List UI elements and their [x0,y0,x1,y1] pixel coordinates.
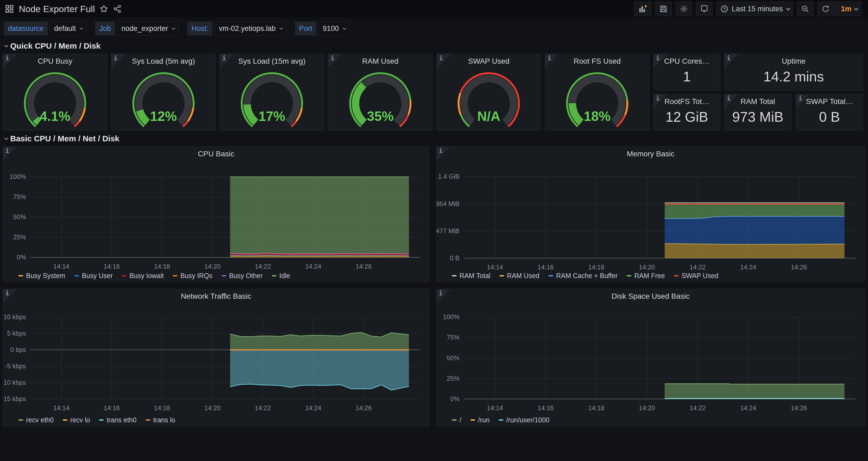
time-range-picker[interactable]: Last 15 minutes [716,2,793,16]
panel-info-icon[interactable]: i [437,54,451,68]
svg-text:14:20: 14:20 [205,404,221,411]
panel-info-icon[interactable]: i [3,54,17,68]
save-dashboard-button[interactable] [655,2,672,16]
chart-plot[interactable]: 14:1414:1614:1814:2014:2214:2414:26100%7… [3,147,429,282]
panel-sys-load-15m: i Sys Load (15m avg) 17% [220,54,324,131]
chart-plot[interactable]: 14:1414:1614:1814:2014:2214:2414:26100%7… [436,289,865,426]
legend-item[interactable]: Busy User [74,272,113,280]
legend-item[interactable]: RAM Free [627,272,665,280]
legend-item[interactable]: Busy Iowait [122,272,164,280]
svg-text:14:22: 14:22 [689,404,706,411]
legend-item[interactable]: trans eth0 [99,416,136,424]
legend-item[interactable]: Idle [272,272,290,280]
cycle-view-mode-button[interactable] [696,2,713,16]
svg-text:100%: 100% [10,173,26,180]
legend-item[interactable]: RAM Cache + Buffer [549,272,618,280]
legend-item[interactable]: recv eth0 [19,416,54,424]
panel-title[interactable]: Uptime [724,54,863,65]
panel-info-icon[interactable]: i [328,54,342,68]
panel-info-icon[interactable]: i [436,289,451,303]
variable-value-dropdown[interactable]: 9100 [318,22,350,35]
panel-info-icon[interactable]: i [545,54,559,68]
legend-swatch [452,275,457,277]
panel-info-icon[interactable]: i [724,54,738,68]
chart-legend: recv eth0recv lotrans eth0trans lo [19,416,175,424]
legend-item[interactable]: Busy System [19,272,65,280]
refresh-group: 1m [817,2,861,16]
legend-swatch [470,420,475,421]
legend-item[interactable]: /run [470,416,490,424]
legend-swatch [173,275,178,277]
legend-swatch [122,275,126,277]
chart-legend: Busy SystemBusy UserBusy IowaitBusy IRQs… [19,272,290,280]
svg-text:1.4 GiB: 1.4 GiB [438,173,460,180]
gauge-value: 12% [112,109,216,124]
chevron-down-icon [343,26,346,30]
legend-item[interactable]: Busy IRQs [173,272,212,280]
panel-info-icon[interactable]: i [796,94,810,108]
legend-swatch [19,420,23,421]
svg-text:14:20: 14:20 [639,404,655,411]
panel-title[interactable]: CPU Busy [3,54,107,65]
panel-info-icon[interactable]: i [724,94,738,108]
refresh-interval-label: 1m [841,5,851,13]
panel-title[interactable]: Disk Space Used Basic [436,289,865,300]
dashboards-grid-icon[interactable] [5,4,14,13]
panel-title[interactable]: CPU Basic [3,147,429,158]
panel-swap-used: i SWAP Used N/A [436,54,541,131]
svg-text:14:22: 14:22 [255,404,271,411]
section-basic-cpu-mem-net-disk[interactable]: Basic CPU / Mem / Net / Disk [0,131,868,146]
refresh-interval-dropdown[interactable]: 1m [837,2,861,16]
svg-text:75%: 75% [446,334,460,341]
legend-item[interactable]: trans lo [146,416,175,424]
section-quick-cpu-mem-disk[interactable]: Quick CPU / Mem / Disk [0,38,868,53]
dashboard-title[interactable]: Node Exporter Full [19,4,95,14]
legend-item[interactable]: RAM Used [499,272,539,280]
panel-info-icon[interactable]: i [112,54,125,68]
panel-title[interactable]: RAM Used [328,54,432,65]
legend-item[interactable]: /run/user/1000 [499,416,550,424]
refresh-button[interactable] [817,2,834,16]
svg-text:0%: 0% [17,254,26,261]
variable-label: Host: [187,22,212,35]
legend-item[interactable]: RAM Total [452,272,490,280]
add-panel-button[interactable] [634,2,651,16]
svg-text:14:14: 14:14 [53,263,69,270]
panel-info-icon[interactable]: i [3,147,17,161]
panel-info-icon[interactable]: i [654,94,668,108]
svg-text:14:24: 14:24 [740,263,756,271]
legend-item[interactable]: recv lo [63,416,90,424]
chart-plot[interactable]: 14:1414:1614:1814:2014:2214:2414:261.4 G… [436,147,865,282]
stat-value: 973 MiB [724,106,791,131]
charts-grid: i CPU Basic 14:1414:1614:1814:2014:2214:… [0,146,868,426]
zoom-out-time-button[interactable] [797,2,813,16]
variable-value-dropdown[interactable]: vm-02.yetiops.lab [214,22,286,35]
panel-title[interactable]: Sys Load (5m avg) [112,54,216,65]
panel-title[interactable]: Root FS Used [545,54,649,65]
legend-item[interactable]: / [452,416,461,424]
stat-value: 0 B [796,106,863,131]
variable-value-dropdown[interactable]: default [50,22,87,35]
variable-label: Job [95,22,115,35]
chart-plot[interactable]: 14:1414:1614:1814:2014:2214:2414:2610 kb… [3,289,429,426]
star-icon[interactable] [100,5,108,13]
chevron-down-icon [786,6,790,10]
svg-text:14:18: 14:18 [588,263,604,271]
panel-info-icon[interactable]: i [654,54,668,68]
panel-title[interactable]: Sys Load (15m avg) [220,54,324,65]
svg-text:14:16: 14:16 [103,404,120,411]
legend-item[interactable]: SWAP Used [674,272,718,280]
panel-info-icon[interactable]: i [436,147,451,161]
chevron-down-icon [279,26,283,30]
share-icon[interactable] [113,5,122,13]
chevron-down-icon [172,26,176,30]
panel-info-icon[interactable]: i [220,54,234,68]
panel-title[interactable]: Memory Basic [436,147,865,158]
panel-title[interactable]: Network Traffic Basic [3,289,429,300]
svg-text:14:22: 14:22 [689,263,706,271]
panel-info-icon[interactable]: i [3,289,17,303]
dashboard-settings-button[interactable] [676,2,692,16]
panel-title[interactable]: SWAP Used [437,54,541,65]
legend-item[interactable]: Busy Other [222,272,263,280]
variable-value-dropdown[interactable]: node_exporter [117,22,179,35]
